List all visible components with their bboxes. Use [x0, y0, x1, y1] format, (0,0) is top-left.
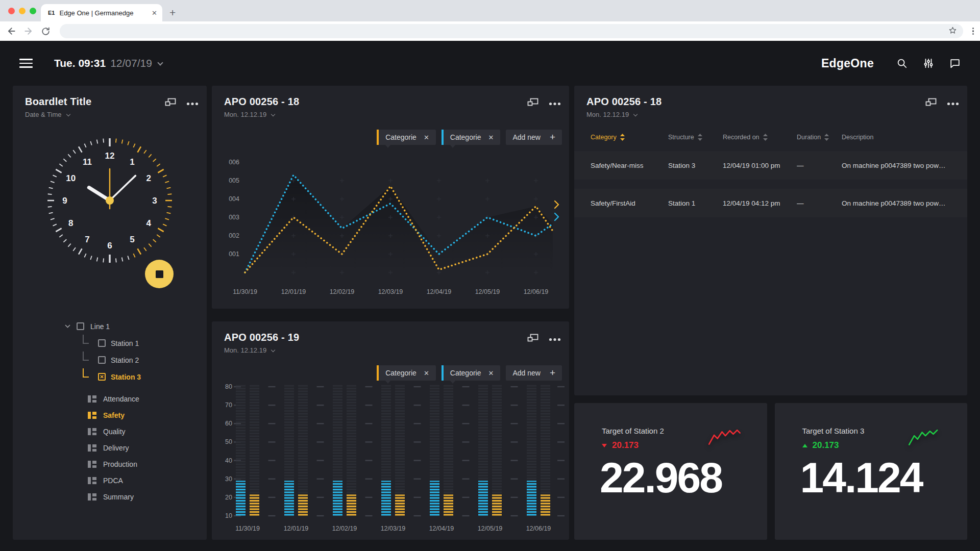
table-cell: On machine p0047389 two power …: [842, 162, 951, 169]
checkbox[interactable]: [77, 322, 84, 330]
menu-icon[interactable]: [19, 59, 33, 68]
menu-item-attendance[interactable]: Attendance: [13, 391, 207, 407]
kpi-delta: 20.173: [602, 440, 639, 450]
window-close-button[interactable]: [8, 8, 15, 14]
menu-item-production[interactable]: Production: [13, 456, 207, 472]
svg-text:70: 70: [225, 402, 232, 409]
tab-close-icon[interactable]: ✕: [152, 9, 157, 17]
column-header-structure[interactable]: Structure: [668, 134, 723, 141]
dashboard-grid-icon: [88, 477, 96, 484]
tree-item-label: Station 3: [111, 373, 141, 381]
sparkline: [708, 430, 742, 448]
svg-text:12/01/19: 12/01/19: [284, 525, 309, 532]
more-options-icon[interactable]: [186, 98, 199, 108]
category-chip[interactable]: Categorie✕: [442, 365, 501, 381]
more-options-icon[interactable]: [549, 334, 561, 343]
checkbox[interactable]: [98, 356, 106, 364]
panel-subtitle[interactable]: Date & Time: [25, 111, 91, 118]
category-chips: Categorie✕Categorie✕Add new+: [377, 365, 562, 381]
kpi-value: 14.124: [800, 453, 922, 503]
chip-label: Categorie: [450, 369, 481, 377]
window-zoom-button[interactable]: [30, 8, 36, 14]
category-chip[interactable]: Categorie✕: [377, 365, 436, 381]
menu-item-safety[interactable]: Safety: [13, 407, 207, 423]
chip-close-icon[interactable]: ✕: [488, 134, 494, 141]
boardlet-resize-icon[interactable]: [925, 98, 937, 108]
forward-icon[interactable]: [23, 26, 34, 36]
tree-connector: [83, 368, 89, 378]
reload-icon[interactable]: [41, 27, 51, 36]
svg-text:12/05/19: 12/05/19: [475, 288, 500, 295]
chip-close-icon[interactable]: ✕: [424, 369, 429, 377]
chip-label: Categorie: [450, 133, 481, 141]
new-tab-button[interactable]: +: [169, 8, 176, 18]
chat-icon[interactable]: [949, 58, 961, 69]
add-new-chip[interactable]: Add new+: [506, 130, 562, 145]
filter-sliders-icon[interactable]: [923, 58, 934, 69]
panel-subtitle[interactable]: Mon. 12.12.19: [586, 111, 662, 118]
menu-item-pdca[interactable]: PDCA: [13, 472, 207, 489]
column-header-recorded-on[interactable]: Recorded on: [723, 134, 797, 141]
tree-item-station[interactable]: Station 1: [83, 335, 207, 352]
svg-text:002: 002: [229, 232, 239, 239]
boardlet-resize-icon[interactable]: [165, 98, 176, 108]
tree-item-label: Line 1: [90, 322, 110, 331]
chevron-down-icon: [633, 112, 638, 116]
menu-item-quality[interactable]: Quality: [13, 423, 207, 440]
more-options-icon[interactable]: [549, 98, 561, 108]
table-row[interactable]: Safety/Near-missStation 312/04/19 01:00 …: [574, 151, 967, 180]
chevron-down-icon[interactable]: [65, 324, 70, 328]
arrow-up-icon: [802, 444, 807, 447]
panel-subtitle[interactable]: Mon. 12.12.19: [224, 346, 299, 354]
tree-item-line[interactable]: Line 1: [13, 318, 207, 335]
window-minimize-button[interactable]: [19, 8, 26, 14]
stop-button[interactable]: [145, 260, 174, 288]
column-header-duration[interactable]: Duration: [797, 134, 842, 141]
add-new-chip[interactable]: Add new+: [506, 365, 562, 381]
boardlet-resize-icon[interactable]: [527, 98, 538, 108]
menu-item-label: Production: [103, 460, 137, 468]
chip-color-bar: [377, 365, 379, 381]
boardlet-resize-icon[interactable]: [527, 334, 538, 344]
browser-tab[interactable]: E1 Edge One | Germanedge ✕: [41, 4, 162, 21]
chevron-down-icon[interactable]: [157, 60, 163, 65]
tree-item-station[interactable]: Station 2: [83, 352, 207, 368]
checkbox[interactable]: [98, 339, 106, 347]
kpi-value: 22.968: [600, 453, 722, 503]
chip-label: Categorie: [385, 369, 416, 377]
current-time: Tue. 09:31: [54, 57, 106, 69]
chevron-down-icon: [66, 112, 70, 116]
current-date: 12/07/19: [110, 57, 152, 69]
table-cell: —: [797, 162, 842, 169]
more-options-icon[interactable]: [947, 98, 959, 108]
kpi-card: Target of Station 220.17322.968: [574, 403, 767, 540]
menu-item-label: Delivery: [103, 444, 129, 452]
menu-item-summary[interactable]: Summary: [13, 489, 207, 505]
column-label: Description: [842, 134, 874, 141]
browser-menu-icon[interactable]: [972, 28, 974, 35]
menu-item-delivery[interactable]: Delivery: [13, 440, 207, 456]
bookmark-star-icon[interactable]: [948, 26, 957, 37]
tree-item-station[interactable]: ✕Station 3: [83, 368, 207, 385]
chip-close-icon[interactable]: ✕: [424, 134, 429, 141]
table-row[interactable]: Safety/FirstAidStation 112/04/19 04:12 p…: [574, 189, 967, 217]
tree-item-label: Station 1: [111, 339, 139, 347]
svg-text:12/06/19: 12/06/19: [526, 525, 551, 532]
category-chip[interactable]: Categorie✕: [442, 130, 501, 145]
panel-subtitle[interactable]: Mon. 12.12.19: [224, 111, 299, 118]
checkbox[interactable]: ✕: [98, 373, 106, 381]
chip-close-icon[interactable]: ✕: [488, 369, 494, 377]
search-icon[interactable]: [896, 58, 908, 69]
table-cell: 12/04/19 04:12 pm: [723, 199, 797, 207]
svg-text:12/06/19: 12/06/19: [524, 288, 549, 295]
table-cell: 12/04/19 01:00 pm: [723, 162, 797, 169]
table-cell: Safety/Near-miss: [591, 162, 668, 169]
menu-item-label: PDCA: [103, 477, 123, 485]
category-chip[interactable]: Categorie✕: [377, 130, 436, 145]
svg-text:12/02/19: 12/02/19: [330, 288, 355, 295]
tree-connector: [83, 352, 89, 361]
address-bar[interactable]: [60, 24, 963, 38]
back-icon[interactable]: [6, 26, 16, 36]
column-header-category[interactable]: Category: [591, 134, 668, 141]
svg-text:12/04/19: 12/04/19: [427, 288, 452, 295]
